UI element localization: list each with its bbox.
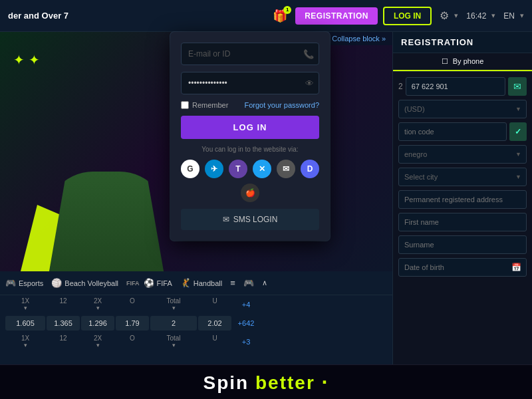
gift-badge: 1	[283, 6, 291, 14]
nav-title: der and Over 7	[8, 11, 267, 21]
odds-table: 1X ▾ 12 2X ▾ O Total ▾ U	[0, 295, 392, 351]
promo-input[interactable]	[398, 122, 507, 141]
promo-check-button[interactable]: ✓	[509, 122, 527, 141]
brand-bar: Spin better ·	[0, 364, 532, 399]
odds-total-row1[interactable]: 2	[150, 316, 197, 331]
google-login-button[interactable]: G	[181, 160, 200, 178]
fifa-icon: ⚽	[144, 278, 154, 288]
login-modal-button[interactable]: LOG IN	[181, 116, 319, 139]
email-input[interactable]	[181, 43, 319, 65]
remember-text: Remember	[192, 101, 228, 109]
dob-input[interactable]	[398, 258, 527, 277]
header2-1x: 1X ▾	[5, 334, 45, 349]
odds-2x-row1[interactable]: 1.296	[81, 316, 114, 331]
header2-u: U	[198, 334, 231, 349]
discord-login-button[interactable]: D	[301, 160, 319, 178]
password-row: 👁	[181, 72, 319, 94]
fifa-prefix: FIFA	[126, 280, 140, 287]
tab-more[interactable]: ≡	[230, 278, 235, 288]
login-modal: 📞 👁 Remember Forgot your password? LOG I…	[170, 32, 330, 241]
odds-12-row1[interactable]: 1.365	[47, 316, 80, 331]
header-12: 12	[47, 297, 80, 312]
gear-dropdown-icon: ▾	[454, 11, 458, 20]
phone-input[interactable]	[406, 77, 505, 96]
eye-icon[interactable]: 👁	[305, 78, 314, 88]
promo-row: ✓	[398, 122, 527, 141]
password-input[interactable]	[181, 72, 319, 94]
tab-handball-label: Handball	[194, 279, 222, 287]
collapse-label: Collapse block »	[332, 35, 386, 43]
brand-spin: Spin	[203, 372, 249, 393]
social-icons: G ✈ T ✕ ✉ D 🍎	[181, 160, 319, 202]
header-plus4[interactable]: +4	[233, 297, 259, 312]
apple-login-button[interactable]: 🍎	[241, 184, 259, 202]
email-row: 📞	[181, 43, 319, 65]
city-select[interactable]: Select city	[398, 168, 527, 186]
first-name-input[interactable]	[398, 213, 527, 231]
phone-row: 2 ✉	[398, 77, 527, 96]
country-code: 2	[398, 82, 403, 91]
header2-12: 12	[47, 334, 80, 349]
registration-tabs: ☐ By phone	[393, 53, 532, 72]
odds-1x-row1[interactable]: 1.605	[5, 316, 45, 331]
tab-esports-label: Esports	[19, 279, 43, 287]
twitch-login-button[interactable]: T	[229, 160, 247, 178]
header2-o: O	[116, 334, 149, 349]
tab-beach-volleyball-label: Beach Volleyball	[65, 279, 118, 287]
brand-dot2: ·	[322, 370, 329, 394]
telegram-login-button[interactable]: ✈	[205, 160, 223, 178]
sms-login-button[interactable]: ✉ SMS LOGIN	[181, 209, 319, 230]
stars-decor: ✦ ✦	[13, 52, 40, 68]
country-select[interactable]: enegro	[398, 145, 527, 164]
calendar-icon: 📅	[511, 263, 521, 272]
gift-icon[interactable]: 🎁 1	[273, 9, 287, 23]
odds-o-row1[interactable]: 1.79	[116, 316, 149, 331]
header2-plus3[interactable]: +3	[233, 334, 259, 349]
time-dropdown-icon: ▾	[491, 11, 495, 20]
tab-controller[interactable]: 🎮	[243, 278, 254, 288]
twitter-login-button[interactable]: ✕	[253, 160, 271, 178]
registration-form: 2 ✉ (USD) ✓ enegr	[393, 72, 532, 282]
city-select-wrap: Select city	[398, 168, 527, 186]
tab-chevron[interactable]: ∧	[262, 279, 267, 287]
currency-select[interactable]: (USD)	[398, 100, 527, 118]
phone-icon: 📞	[303, 49, 314, 59]
handball-icon: 🤾	[180, 278, 191, 288]
odds-u-row1[interactable]: 2.02	[198, 316, 231, 331]
remember-checkbox[interactable]	[181, 101, 189, 109]
tabs-bar: 🎮 Esports 🏐 Beach Volleyball FIFA ⚽ FIFA…	[0, 271, 392, 295]
right-panel: REGISTRATION ☐ By phone 2 ✉ (USD)	[392, 32, 532, 364]
tab-esports[interactable]: 🎮 Esports	[5, 278, 43, 288]
esports-icon: 🎮	[5, 278, 16, 288]
tab-by-phone[interactable]: ☐ By phone	[393, 53, 532, 71]
tab-beach-volleyball[interactable]: 🏐 Beach Volleyball	[51, 278, 118, 288]
gear-icon[interactable]: ⚙	[440, 9, 449, 22]
collapse-bar[interactable]: Collapse block »	[325, 32, 392, 45]
remember-row: Remember Forgot your password?	[181, 101, 319, 109]
email-icon-button[interactable]: ✉	[508, 77, 527, 96]
login-nav-button[interactable]: LOG IN	[383, 7, 432, 25]
header-o: O	[116, 297, 149, 312]
registration-button[interactable]: REGISTRATION	[295, 7, 378, 25]
social-text: You can log in to the website via:	[181, 146, 319, 153]
surname-input[interactable]	[398, 235, 527, 254]
tab-fifa[interactable]: FIFA ⚽ FIFA	[126, 278, 172, 288]
remember-label[interactable]: Remember	[181, 101, 228, 109]
forgot-password-link[interactable]: Forgot your password?	[245, 101, 320, 109]
odds-row-2-header: 1X ▾ 12 2X ▾ O Total ▾ U	[5, 332, 387, 351]
controller-icon: 🎮	[243, 278, 254, 288]
mail-login-button[interactable]: ✉	[277, 160, 295, 178]
odds-plus-row1[interactable]: +642	[233, 316, 259, 331]
lang-dropdown-icon: ▾	[520, 11, 524, 20]
odds-header-row: 1X ▾ 12 2X ▾ O Total ▾ U	[5, 295, 387, 314]
sms-icon: ✉	[223, 215, 229, 224]
header-2x: 2X ▾	[81, 297, 114, 312]
tab-handball[interactable]: 🤾 Handball	[180, 278, 222, 288]
address-input[interactable]	[398, 190, 527, 209]
currency-select-wrap: (USD)	[398, 100, 527, 118]
header-total: Total ▾	[150, 297, 197, 312]
brand-better: better	[255, 372, 315, 393]
navbar: der and Over 7 🎁 1 REGISTRATION LOG IN ⚙…	[0, 0, 532, 32]
nav-time: 16:42	[466, 11, 486, 21]
nav-lang[interactable]: EN	[503, 11, 515, 21]
